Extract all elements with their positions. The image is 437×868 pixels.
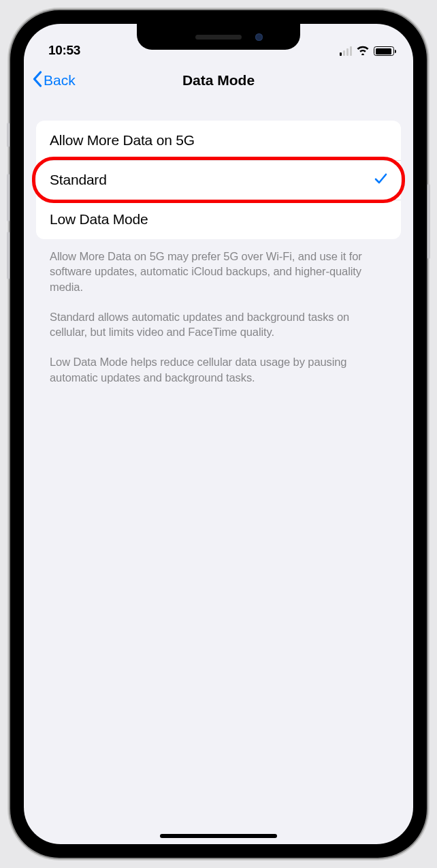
- option-label: Standard: [50, 172, 107, 188]
- option-label: Allow More Data on 5G: [50, 132, 195, 149]
- back-label: Back: [44, 72, 76, 89]
- cellular-signal-icon: [340, 46, 353, 56]
- status-icons: [340, 44, 395, 58]
- volume-up-button: [7, 174, 10, 221]
- screen: 10:53 Back: [24, 24, 413, 844]
- option-label: Low Data Mode: [50, 211, 148, 228]
- wifi-icon: [356, 44, 370, 58]
- front-camera: [255, 33, 263, 41]
- footer-paragraph: Low Data Mode helps reduce cellular data…: [50, 354, 387, 385]
- phone-frame: 10:53 Back: [10, 10, 427, 858]
- data-mode-options: Allow More Data on 5G Standard Low Data …: [36, 121, 401, 239]
- option-allow-more-data-5g[interactable]: Allow More Data on 5G: [36, 121, 401, 160]
- volume-down-button: [7, 232, 10, 279]
- nav-bar: Back Data Mode: [24, 61, 413, 100]
- page-title: Data Mode: [182, 72, 255, 89]
- back-button[interactable]: Back: [32, 71, 76, 91]
- silence-switch: [7, 123, 10, 147]
- footer-paragraph: Allow More Data on 5G may prefer 5G over…: [50, 249, 387, 294]
- footer-paragraph: Standard allows automatic updates and ba…: [50, 309, 387, 340]
- footer-description: Allow More Data on 5G may prefer 5G over…: [36, 239, 401, 385]
- option-low-data-mode[interactable]: Low Data Mode: [36, 200, 401, 239]
- option-standard[interactable]: Standard: [36, 160, 401, 200]
- content: Allow More Data on 5G Standard Low Data …: [24, 100, 413, 385]
- status-time: 10:53: [48, 43, 80, 58]
- speaker-grille: [195, 35, 242, 40]
- notch: [137, 24, 300, 50]
- chevron-left-icon: [32, 71, 42, 91]
- battery-icon: [374, 46, 394, 56]
- home-indicator[interactable]: [160, 834, 277, 838]
- checkmark-icon: [374, 172, 387, 188]
- power-button: [427, 184, 430, 259]
